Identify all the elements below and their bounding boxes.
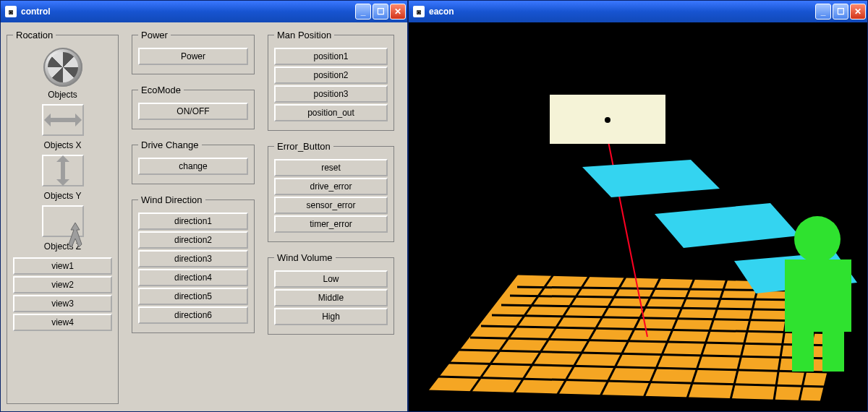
eacon-titlebar[interactable]: ◙ eacon _ ☐ ✕ xyxy=(409,1,867,22)
column-right: Man Position position1 position2 positio… xyxy=(268,30,394,404)
position1-button[interactable]: position1 xyxy=(274,48,388,65)
ecomode-button[interactable]: ON/OFF xyxy=(138,103,248,120)
group-error-button: Error_Button reset drive_error sensor_er… xyxy=(268,141,394,242)
column-rocation: Rocation Objects Objects X Objects Y xyxy=(7,30,119,404)
eacon-window: ◙ eacon _ ☐ ✕ xyxy=(408,0,868,412)
control-titlebar[interactable]: ◙ control _ ☐ ✕ xyxy=(1,1,407,22)
legend-power: Power xyxy=(138,30,171,40)
legend-man-position: Man Position xyxy=(274,30,334,40)
legend-rocation: Rocation xyxy=(13,30,56,40)
app-icon: ◙ xyxy=(413,6,425,17)
minimize-button[interactable]: _ xyxy=(355,4,371,20)
objects-y-control[interactable] xyxy=(42,155,84,186)
control-window: ◙ control _ ☐ ✕ Rocation Objects Objects… xyxy=(0,0,408,412)
column-middle: Power Power EcoMode ON/OFF Drive Change … xyxy=(132,30,255,404)
close-button[interactable]: ✕ xyxy=(850,4,866,20)
svg-point-23 xyxy=(794,216,841,262)
control-title: control xyxy=(21,7,354,17)
direction2-button[interactable]: direction2 xyxy=(138,231,248,249)
objects-y-label: Objects Y xyxy=(44,191,82,201)
blade-2 xyxy=(655,203,799,248)
legend-wind-volume: Wind Volume xyxy=(274,252,336,263)
position-out-button[interactable]: position_out xyxy=(274,104,388,121)
timer-error-button[interactable]: timer_error xyxy=(274,215,388,233)
objects-z-control[interactable] xyxy=(42,205,84,237)
group-ecomode: EcoMode ON/OFF xyxy=(132,85,255,129)
group-wind-direction: Wind Direction direction1 direction2 dir… xyxy=(132,194,255,333)
group-drive-change: Drive Change change xyxy=(132,140,255,184)
svg-rect-26 xyxy=(822,332,844,372)
svg-rect-25 xyxy=(792,332,814,372)
svg-rect-24 xyxy=(785,259,851,332)
sensor-error-button[interactable]: sensor_error xyxy=(274,197,388,214)
legend-ecomode: EcoMode xyxy=(138,85,184,95)
direction3-button[interactable]: direction3 xyxy=(138,250,248,267)
direction1-button[interactable]: direction1 xyxy=(138,213,248,230)
position2-button[interactable]: position2 xyxy=(274,66,388,84)
legend-drive-change: Drive Change xyxy=(138,140,202,150)
maximize-button[interactable]: ☐ xyxy=(833,4,848,20)
drive-error-button[interactable]: drive_error xyxy=(274,178,388,195)
view3-button[interactable]: view3 xyxy=(13,295,112,312)
reset-button[interactable]: reset xyxy=(274,159,388,176)
maximize-button[interactable]: ☐ xyxy=(373,4,388,20)
minimize-button[interactable]: _ xyxy=(815,4,831,20)
blade-1 xyxy=(582,160,720,197)
legend-wind-direction: Wind Direction xyxy=(138,194,205,205)
high-button[interactable]: High xyxy=(274,308,388,325)
legend-error-button: Error_Button xyxy=(274,141,333,152)
low-button[interactable]: Low xyxy=(274,270,388,288)
app-icon: ◙ xyxy=(5,6,17,17)
control-client: Rocation Objects Objects X Objects Y xyxy=(1,22,407,411)
direction5-button[interactable]: direction5 xyxy=(138,288,248,305)
3d-scene[interactable] xyxy=(409,22,867,411)
arrow-horizontal-icon xyxy=(48,118,78,122)
arrow-vertical-icon xyxy=(61,159,65,182)
objects-label: Objects xyxy=(48,90,77,100)
eacon-client xyxy=(409,22,867,411)
direction4-button[interactable]: direction4 xyxy=(138,269,248,286)
scene-svg xyxy=(409,22,867,411)
middle-button[interactable]: Middle xyxy=(274,289,388,306)
group-man-position: Man Position position1 position2 positio… xyxy=(268,30,394,131)
view1-button[interactable]: view1 xyxy=(13,257,112,275)
direction6-button[interactable]: direction6 xyxy=(138,306,248,324)
objects-x-control[interactable] xyxy=(42,104,84,136)
group-wind-volume: Wind Volume Low Middle High xyxy=(268,252,394,335)
view4-button[interactable]: view4 xyxy=(13,314,112,331)
change-button[interactable]: change xyxy=(138,158,248,175)
ac-sensor-dot xyxy=(605,117,610,123)
group-rocation: Rocation Objects Objects X Objects Y xyxy=(7,30,119,404)
rotate-icon[interactable] xyxy=(43,48,82,87)
close-button[interactable]: ✕ xyxy=(390,4,406,20)
view2-button[interactable]: view2 xyxy=(13,276,112,293)
group-power: Power Power xyxy=(132,30,255,74)
eacon-title: eacon xyxy=(429,7,814,17)
position3-button[interactable]: position3 xyxy=(274,85,388,103)
power-button[interactable]: Power xyxy=(138,48,248,65)
